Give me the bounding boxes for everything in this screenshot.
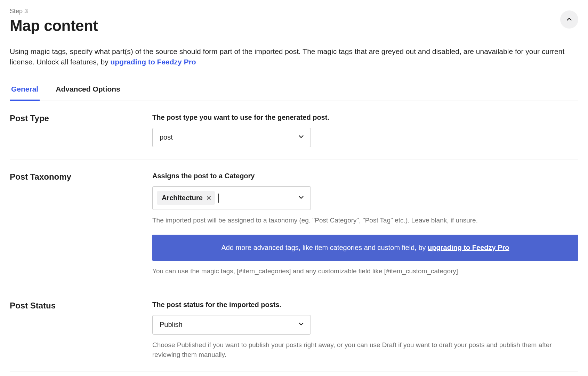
section-post-status: Post Status The post status for the impo…	[10, 288, 578, 371]
post-taxonomy-magic-help: You can use the magic tags, [#item_categ…	[152, 266, 578, 276]
taxonomy-tag-chip: Architecture ✕	[157, 191, 215, 205]
post-status-label: The post status for the imported posts.	[152, 301, 578, 309]
post-taxonomy-label: Assigns the post to a Category	[152, 172, 578, 180]
tab-general[interactable]: General	[10, 81, 40, 101]
post-status-value: Publish	[160, 321, 183, 329]
tab-advanced-options[interactable]: Advanced Options	[54, 81, 122, 101]
section-post-taxonomy: Post Taxonomy Assigns the post to a Cate…	[10, 159, 578, 288]
post-type-heading: Post Type	[10, 113, 152, 123]
post-taxonomy-heading: Post Taxonomy	[10, 172, 152, 182]
tabs: General Advanced Options	[10, 81, 578, 101]
post-status-heading: Post Status	[10, 301, 152, 311]
post-taxonomy-combobox[interactable]: Architecture ✕	[152, 186, 311, 210]
upgrade-link[interactable]: upgrading to Feedzy Pro	[110, 58, 196, 66]
post-type-label: The post type you want to use for the ge…	[152, 113, 578, 122]
chevron-down-icon[interactable]	[297, 194, 305, 203]
post-type-select[interactable]: post	[152, 128, 311, 147]
intro-text: Using magic tags, specify what part(s) o…	[10, 46, 573, 68]
upgrade-banner-link[interactable]: upgrading to Feedzy Pro	[428, 244, 509, 251]
step-label: Step 3	[10, 8, 98, 15]
page-title: Map content	[10, 17, 98, 34]
upgrade-banner-text: Add more advanced tags, like item catego…	[221, 244, 428, 251]
chevron-down-icon	[297, 320, 305, 329]
post-taxonomy-help: The imported post will be assigned to a …	[152, 216, 578, 225]
chevron-up-icon	[565, 15, 573, 24]
chevron-down-icon	[297, 133, 305, 142]
section-post-type: Post Type The post type you want to use …	[10, 101, 578, 159]
post-type-value: post	[160, 133, 173, 141]
post-status-select[interactable]: Publish	[152, 315, 311, 335]
remove-tag-icon[interactable]: ✕	[206, 195, 211, 201]
taxonomy-tag-label: Architecture	[162, 194, 203, 202]
post-status-help: Choose Published if you want to publish …	[152, 340, 578, 359]
upgrade-banner: Add more advanced tags, like item catego…	[152, 235, 578, 261]
text-cursor	[218, 194, 219, 203]
intro-text-body: Using magic tags, specify what part(s) o…	[10, 47, 564, 66]
collapse-button[interactable]	[560, 10, 578, 29]
